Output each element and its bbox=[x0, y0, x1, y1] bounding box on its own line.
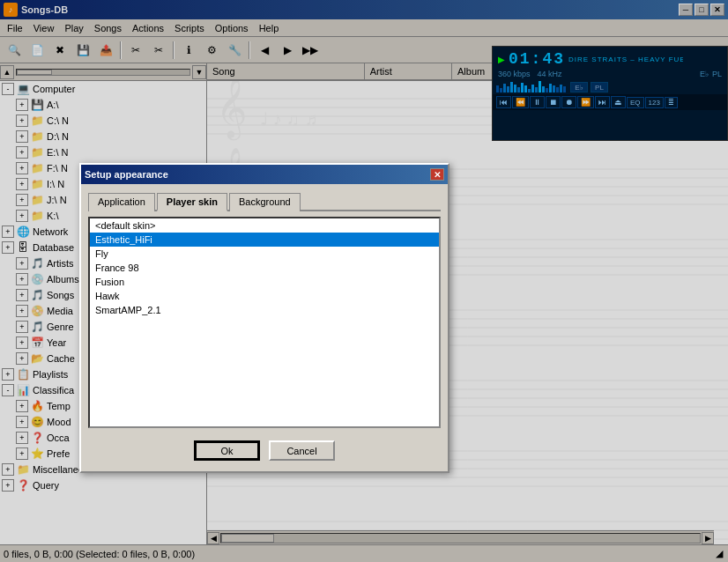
dialog-title: Setup appearance bbox=[85, 169, 168, 180]
skin-item-fusion[interactable]: Fusion bbox=[90, 275, 439, 289]
tab-application[interactable]: Application bbox=[88, 193, 155, 211]
tab-bar: Application Player skin Background bbox=[88, 191, 441, 211]
skin-list[interactable]: <default skin> Esthetic_HiFi Fly France … bbox=[88, 217, 441, 428]
dialog-close-button[interactable]: ✕ bbox=[430, 168, 444, 181]
skin-item-default[interactable]: <default skin> bbox=[90, 218, 439, 233]
tab-background[interactable]: Background bbox=[229, 193, 301, 211]
dialog-title-bar: Setup appearance ✕ bbox=[81, 165, 448, 184]
ok-button[interactable]: Ok bbox=[194, 440, 260, 461]
tab-player-skin[interactable]: Player skin bbox=[157, 193, 227, 211]
skin-item-fly[interactable]: Fly bbox=[90, 247, 439, 261]
skin-item-esthetic[interactable]: Esthetic_HiFi bbox=[90, 233, 439, 247]
dialog-content: Application Player skin Background <defa… bbox=[81, 184, 448, 471]
skin-item-smartamp[interactable]: SmartAMP_2.1 bbox=[90, 303, 439, 317]
modal-overlay: Setup appearance ✕ Application Player sk… bbox=[0, 0, 728, 562]
skin-item-france98[interactable]: France 98 bbox=[90, 261, 439, 275]
cancel-button[interactable]: Cancel bbox=[269, 440, 335, 461]
dialog-buttons: Ok Cancel bbox=[88, 435, 441, 464]
setup-appearance-dialog: Setup appearance ✕ Application Player sk… bbox=[79, 163, 449, 473]
skin-item-hawk[interactable]: Hawk bbox=[90, 289, 439, 303]
